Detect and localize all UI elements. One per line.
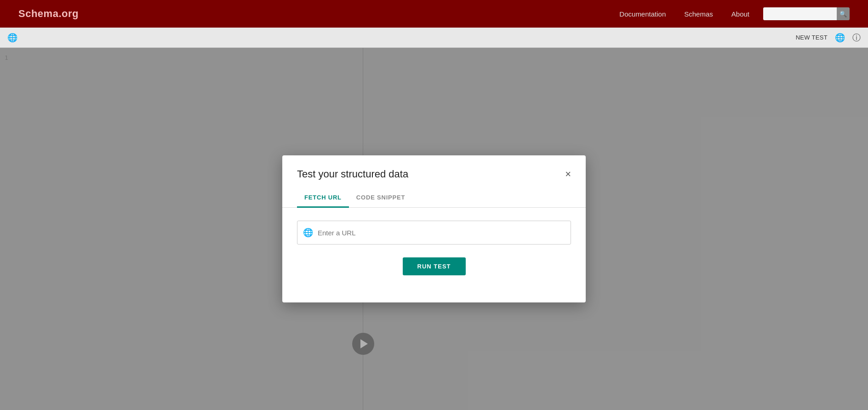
modal-header: Test your structured data × bbox=[282, 155, 586, 180]
help-icon[interactable]: ⓘ bbox=[852, 32, 861, 43]
search-button[interactable]: 🔍 bbox=[837, 7, 850, 20]
modal-dialog: Test your structured data × FETCH URL CO… bbox=[282, 155, 586, 302]
modal-body: 🌐 RUN TEST bbox=[282, 208, 586, 275]
globe-icon[interactable]: 🌐 bbox=[7, 33, 17, 43]
language-icon[interactable]: 🌐 bbox=[835, 33, 845, 43]
nav-about[interactable]: About bbox=[731, 10, 749, 18]
run-test-button[interactable]: RUN TEST bbox=[403, 257, 466, 275]
main-area: 1 Test your structured data × FETCH URL … bbox=[0, 48, 868, 410]
run-test-area: RUN TEST bbox=[297, 257, 571, 275]
search-wrapper: 🔍 bbox=[763, 7, 850, 20]
toolbar-right: NEW TEST 🌐 ⓘ bbox=[796, 32, 861, 43]
nav-documentation[interactable]: Documentation bbox=[619, 10, 666, 18]
modal-overlay: Test your structured data × FETCH URL CO… bbox=[0, 48, 868, 410]
nav-links: Documentation Schemas About bbox=[619, 10, 749, 18]
tab-fetch-url[interactable]: FETCH URL bbox=[297, 189, 349, 208]
new-test-button[interactable]: NEW TEST bbox=[796, 34, 828, 41]
url-input-wrapper: 🌐 bbox=[297, 221, 571, 245]
modal-tabs: FETCH URL CODE SNIPPET bbox=[282, 189, 586, 208]
search-icon: 🔍 bbox=[839, 11, 847, 17]
url-input[interactable] bbox=[318, 229, 565, 237]
tab-code-snippet[interactable]: CODE SNIPPET bbox=[349, 189, 412, 208]
url-globe-icon: 🌐 bbox=[303, 228, 313, 238]
modal-title: Test your structured data bbox=[297, 168, 408, 180]
site-brand[interactable]: Schema.org bbox=[18, 8, 79, 20]
nav-schemas[interactable]: Schemas bbox=[684, 10, 713, 18]
modal-close-button[interactable]: × bbox=[565, 169, 571, 179]
search-input[interactable] bbox=[763, 7, 837, 20]
toolbar: 🌐 NEW TEST 🌐 ⓘ bbox=[0, 28, 868, 48]
navbar: Schema.org Documentation Schemas About 🔍 bbox=[0, 0, 868, 28]
